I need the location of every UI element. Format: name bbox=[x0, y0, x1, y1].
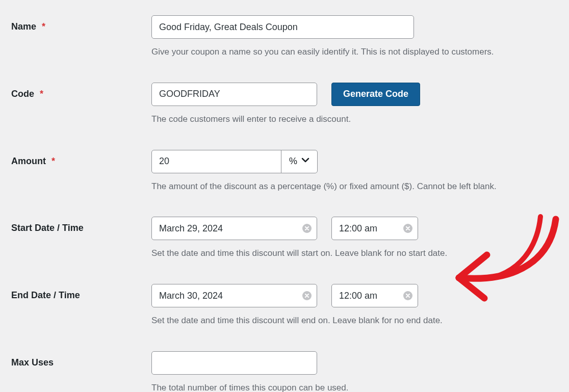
field-code: Generate Code The code customers will en… bbox=[151, 83, 558, 125]
name-input[interactable] bbox=[151, 15, 414, 39]
required-marker: * bbox=[51, 156, 55, 166]
end-date-input[interactable]: March 30, 2024 bbox=[151, 284, 317, 307]
start-date-value: March 29, 2024 bbox=[159, 223, 223, 234]
code-input[interactable] bbox=[151, 83, 317, 106]
field-end: March 30, 2024 12:00 am Set the date and… bbox=[151, 284, 558, 327]
clear-icon[interactable] bbox=[403, 291, 412, 300]
label-name-text: Name bbox=[11, 21, 36, 32]
start-help: Set the date and time this discount will… bbox=[151, 247, 558, 259]
code-help: The code customers will enter to receive… bbox=[151, 113, 558, 125]
label-amount-text: Amount bbox=[11, 156, 46, 166]
clear-icon[interactable] bbox=[302, 224, 312, 233]
field-maxuses: The total number of times this coupon ca… bbox=[151, 351, 558, 392]
label-end: End Date / Time bbox=[11, 284, 151, 301]
end-time-value: 12:00 am bbox=[339, 291, 377, 301]
end-date-value: March 30, 2024 bbox=[159, 291, 223, 301]
label-amount: Amount * bbox=[11, 150, 151, 167]
required-marker: * bbox=[40, 89, 43, 99]
end-time-input[interactable]: 12:00 am bbox=[331, 284, 418, 307]
row-name: Name * Give your coupon a name so you ca… bbox=[11, 15, 558, 58]
start-date-input[interactable]: March 29, 2024 bbox=[151, 217, 317, 240]
field-name: Give your coupon a name so you can easil… bbox=[151, 15, 558, 58]
label-start: Start Date / Time bbox=[11, 217, 151, 233]
label-code: Code * bbox=[11, 83, 151, 99]
label-start-text: Start Date / Time bbox=[11, 223, 84, 233]
end-help: Set the date and time this discount will… bbox=[151, 315, 558, 327]
row-amount: Amount * % The amount of the discount as… bbox=[11, 150, 558, 193]
required-marker: * bbox=[42, 21, 45, 32]
field-amount: % The amount of the discount as a percen… bbox=[151, 150, 558, 193]
maxuses-help: The total number of times this coupon ca… bbox=[151, 382, 558, 392]
row-end: End Date / Time March 30, 2024 12:00 am … bbox=[11, 284, 558, 327]
label-name: Name * bbox=[11, 15, 151, 32]
amount-unit-value: % bbox=[289, 156, 297, 167]
label-maxuses-text: Max Uses bbox=[11, 357, 54, 368]
start-time-value: 12:00 am bbox=[339, 223, 377, 234]
chevron-down-icon bbox=[301, 156, 309, 167]
amount-unit-select[interactable]: % bbox=[281, 150, 318, 173]
clear-icon[interactable] bbox=[302, 291, 312, 300]
amount-input[interactable] bbox=[151, 150, 281, 173]
maxuses-input[interactable] bbox=[151, 351, 317, 375]
clear-icon[interactable] bbox=[403, 224, 412, 233]
label-maxuses: Max Uses bbox=[11, 351, 151, 368]
row-code: Code * Generate Code The code customers … bbox=[11, 83, 558, 125]
row-maxuses: Max Uses The total number of times this … bbox=[11, 351, 558, 392]
start-time-input[interactable]: 12:00 am bbox=[331, 217, 418, 240]
row-start: Start Date / Time March 29, 2024 12:00 a… bbox=[11, 217, 558, 259]
name-help: Give your coupon a name so you can easil… bbox=[151, 46, 558, 58]
generate-code-button[interactable]: Generate Code bbox=[331, 83, 420, 106]
field-start: March 29, 2024 12:00 am Set the date and… bbox=[151, 217, 558, 259]
amount-help: The amount of the discount as a percenta… bbox=[151, 180, 558, 193]
label-end-text: End Date / Time bbox=[11, 290, 80, 300]
label-code-text: Code bbox=[11, 89, 34, 99]
